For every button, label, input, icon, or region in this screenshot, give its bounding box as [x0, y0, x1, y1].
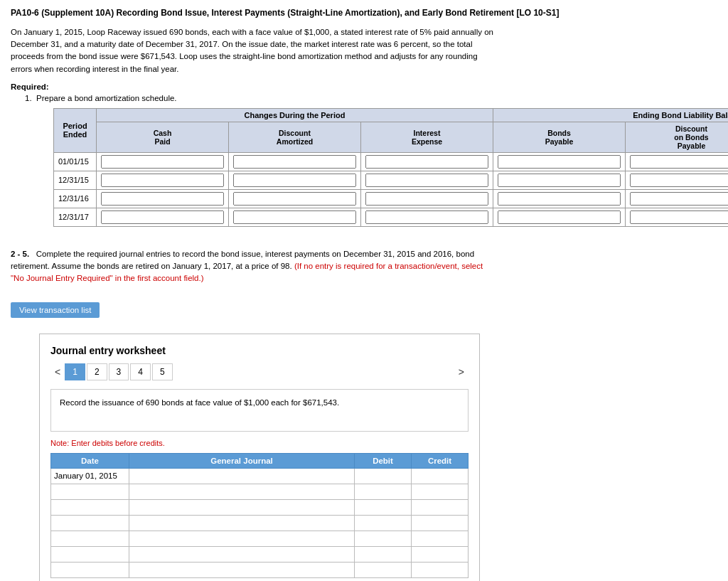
bonds-04[interactable]: [493, 208, 626, 226]
cash-input-01[interactable]: [101, 155, 224, 169]
journal-credit-1[interactable]: [412, 468, 469, 484]
journal-account-input-7[interactable]: [132, 565, 351, 574]
discount-02[interactable]: [229, 171, 361, 189]
journal-date-input-7[interactable]: [54, 565, 126, 574]
discbonds-input-01[interactable]: [630, 155, 728, 169]
journal-debit-input-4[interactable]: [358, 518, 408, 527]
bonds-02[interactable]: [493, 171, 626, 189]
tab-5[interactable]: 5: [152, 363, 173, 380]
journal-credit-5[interactable]: [412, 531, 469, 546]
cash-input-03[interactable]: [101, 192, 224, 206]
journal-account-input-4[interactable]: [132, 518, 351, 527]
journal-date-5[interactable]: [51, 531, 129, 546]
interest-01[interactable]: [361, 152, 493, 171]
journal-credit-input-2[interactable]: [414, 487, 465, 496]
journal-credit-3[interactable]: [412, 499, 469, 515]
tab-3[interactable]: 3: [109, 363, 129, 380]
cash-02[interactable]: [97, 171, 229, 189]
journal-credit-input-1[interactable]: [414, 471, 465, 480]
discbonds-input-03[interactable]: [630, 192, 728, 206]
cash-01[interactable]: [97, 152, 229, 171]
interest-input-03[interactable]: [365, 192, 488, 206]
journal-debit-4[interactable]: [355, 515, 412, 531]
journal-debit-input-5[interactable]: [358, 534, 408, 543]
discount-03[interactable]: [229, 189, 361, 208]
discbonds-02[interactable]: [626, 171, 729, 189]
tab-1[interactable]: 1: [65, 363, 85, 380]
journal-account-7[interactable]: [129, 562, 355, 577]
interest-03[interactable]: [361, 189, 493, 208]
interest-04[interactable]: [361, 208, 493, 226]
journal-account-input-5[interactable]: [132, 534, 351, 543]
interest-input-04[interactable]: [365, 210, 488, 224]
journal-date-6[interactable]: [51, 546, 129, 562]
journal-date-4[interactable]: [51, 515, 129, 531]
prev-tab-arrow[interactable]: <: [50, 364, 65, 380]
discount-input-02[interactable]: [233, 174, 356, 187]
bonds-input-01[interactable]: [498, 155, 621, 169]
journal-credit-input-6[interactable]: [414, 550, 465, 558]
journal-account-4[interactable]: [129, 515, 355, 531]
journal-date-7[interactable]: [51, 562, 129, 577]
discount-input-01[interactable]: [233, 155, 356, 169]
cash-04[interactable]: [97, 208, 229, 226]
journal-debit-input-1[interactable]: [358, 471, 408, 480]
bonds-input-03[interactable]: [498, 192, 621, 206]
cash-input-02[interactable]: [101, 174, 224, 187]
journal-date-2[interactable]: [51, 484, 129, 499]
interest-input-02[interactable]: [365, 174, 488, 187]
discbonds-01[interactable]: [626, 152, 729, 171]
journal-account-3[interactable]: [129, 499, 355, 515]
journal-debit-3[interactable]: [355, 499, 412, 515]
discbonds-input-02[interactable]: [630, 174, 728, 187]
view-transaction-button[interactable]: View transaction list: [11, 302, 100, 318]
next-tab-arrow[interactable]: >: [454, 364, 469, 380]
journal-account-input-1[interactable]: [132, 471, 351, 480]
journal-account-2[interactable]: [129, 484, 355, 499]
journal-date-input-4[interactable]: [54, 518, 126, 527]
interest-02[interactable]: [361, 171, 493, 189]
discount-04[interactable]: [229, 208, 361, 226]
bonds-input-02[interactable]: [498, 174, 621, 187]
journal-account-6[interactable]: [129, 546, 355, 562]
journal-account-input-3[interactable]: [132, 503, 351, 511]
interest-input-01[interactable]: [365, 155, 488, 169]
cash-03[interactable]: [97, 189, 229, 208]
journal-debit-input-3[interactable]: [358, 503, 408, 511]
journal-account-input-6[interactable]: [132, 550, 351, 558]
journal-debit-6[interactable]: [355, 546, 412, 562]
journal-debit-input-7[interactable]: [358, 565, 408, 574]
discbonds-input-04[interactable]: [630, 210, 728, 224]
journal-credit-2[interactable]: [412, 484, 469, 499]
discount-input-03[interactable]: [233, 192, 356, 206]
journal-debit-5[interactable]: [355, 531, 412, 546]
tab-2[interactable]: 2: [87, 363, 107, 380]
discbonds-04[interactable]: [626, 208, 729, 226]
journal-credit-7[interactable]: [412, 562, 469, 577]
bonds-input-04[interactable]: [498, 210, 621, 224]
cash-input-04[interactable]: [101, 210, 224, 224]
journal-debit-input-2[interactable]: [358, 487, 408, 496]
journal-date-input-2[interactable]: [54, 487, 126, 496]
journal-credit-input-5[interactable]: [414, 534, 465, 543]
journal-credit-input-4[interactable]: [414, 518, 465, 527]
journal-account-1[interactable]: [129, 468, 355, 484]
journal-date-3[interactable]: [51, 499, 129, 515]
discount-input-04[interactable]: [233, 210, 356, 224]
journal-credit-6[interactable]: [412, 546, 469, 562]
journal-credit-input-7[interactable]: [414, 565, 465, 574]
journal-credit-4[interactable]: [412, 515, 469, 531]
bonds-01[interactable]: [493, 152, 626, 171]
journal-debit-7[interactable]: [355, 562, 412, 577]
bonds-03[interactable]: [493, 189, 626, 208]
journal-date-input-6[interactable]: [54, 550, 126, 558]
journal-debit-input-6[interactable]: [358, 550, 408, 558]
journal-debit-1[interactable]: [355, 468, 412, 484]
journal-date-input-5[interactable]: [54, 534, 126, 543]
discount-01[interactable]: [229, 152, 361, 171]
journal-date-input-3[interactable]: [54, 503, 126, 511]
journal-account-5[interactable]: [129, 531, 355, 546]
discbonds-03[interactable]: [626, 189, 729, 208]
journal-debit-2[interactable]: [355, 484, 412, 499]
journal-account-input-2[interactable]: [132, 487, 351, 496]
